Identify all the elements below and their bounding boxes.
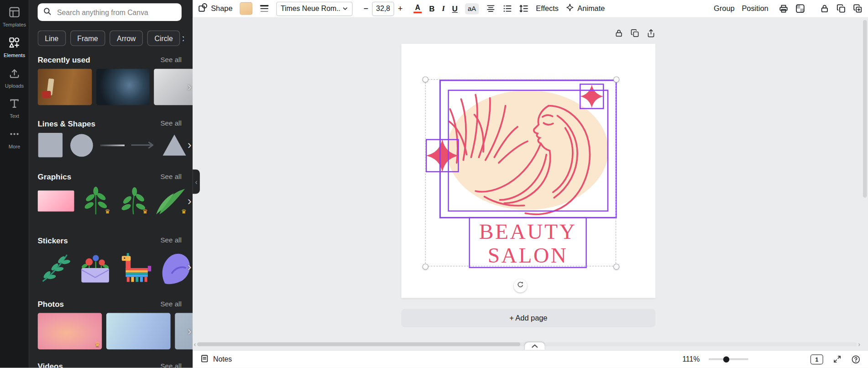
scroll-right-icon[interactable]: ›	[858, 340, 860, 348]
resize-handle-sw[interactable]	[423, 263, 429, 269]
transparency-icon[interactable]	[795, 4, 805, 13]
notes-button[interactable]: Notes	[200, 354, 232, 364]
statusbar-right: 111% 1	[682, 354, 860, 364]
recent-photo-dark[interactable]	[96, 68, 149, 105]
shape-line[interactable]	[99, 132, 125, 158]
font-family-value: Times Neue Rom...	[281, 5, 340, 13]
font-family-dropdown[interactable]: Times Neue Rom...	[276, 1, 352, 16]
see-all-link[interactable]: See all	[160, 173, 181, 180]
sticker-envelope-flowers[interactable]	[76, 249, 114, 285]
recent-photo-wood[interactable]	[37, 68, 92, 105]
photo-blue-gradient[interactable]	[106, 313, 171, 349]
text-align-icon[interactable]	[486, 4, 496, 13]
resize-handle-ne[interactable]	[613, 76, 619, 82]
chip-arrow[interactable]: Arrow	[110, 31, 143, 46]
lock-page-icon[interactable]	[614, 29, 623, 37]
font-size-stepper: − 32,8 +	[360, 1, 407, 16]
rail-item-more[interactable]: More	[0, 124, 29, 155]
photo-pink-gradient[interactable]: ♛	[37, 313, 102, 349]
rail-item-templates[interactable]: Templates	[0, 2, 29, 33]
lock-icon[interactable]	[820, 4, 829, 13]
see-all-link[interactable]: See all	[160, 362, 181, 368]
hscroll-thumb[interactable]	[197, 342, 520, 346]
sticker-purple-blob[interactable]	[158, 249, 192, 285]
chip-line[interactable]: Line	[37, 31, 65, 46]
font-size-decrease-button[interactable]: −	[360, 1, 372, 16]
zoom-slider[interactable]	[709, 358, 748, 360]
effects-button[interactable]: Effects	[536, 5, 559, 13]
page-indicator[interactable]: 1	[810, 354, 823, 364]
chevron-up-icon	[531, 344, 538, 348]
graphic-leaf-cluster-2[interactable]: ♛	[117, 185, 149, 216]
text-color-button[interactable]: A	[413, 4, 422, 13]
font-size-value[interactable]: 32,8	[372, 1, 394, 16]
line-spacing-icon[interactable]	[519, 4, 529, 13]
see-all-link[interactable]: See all	[160, 237, 181, 244]
help-icon[interactable]	[852, 355, 860, 363]
bold-button[interactable]: B	[429, 4, 434, 13]
rail-label: Uploads	[5, 83, 24, 89]
underline-button[interactable]: U	[452, 4, 458, 13]
chip-frame[interactable]: Frame	[70, 31, 105, 46]
position-button[interactable]: Position	[742, 5, 768, 13]
bullet-list-icon[interactable]	[502, 4, 512, 13]
graphic-pink-gradient[interactable]	[37, 185, 74, 216]
export-page-icon[interactable]	[647, 29, 655, 37]
graphic-palm-leaf[interactable]: ♛	[155, 185, 188, 216]
uploads-icon	[9, 68, 20, 81]
expand-bottom-panel-button[interactable]	[525, 342, 545, 350]
scroll-left-icon[interactable]: ‹	[194, 340, 196, 348]
vscroll-thumb[interactable]	[863, 20, 867, 198]
chevron-right-icon[interactable]: ›	[188, 81, 192, 93]
text-case-button[interactable]: aA	[465, 3, 479, 14]
rotate-handle[interactable]	[514, 279, 527, 292]
border-style-icon[interactable]	[260, 4, 269, 13]
fullscreen-icon[interactable]	[833, 355, 842, 363]
see-all-link[interactable]: See all	[160, 120, 181, 127]
search-input[interactable]	[56, 7, 176, 17]
rail-item-text[interactable]: Text	[0, 94, 29, 124]
animate-button[interactable]: Animate	[566, 3, 605, 14]
chevron-right-icon[interactable]: ›	[188, 261, 192, 273]
zoom-slider-thumb[interactable]	[723, 356, 729, 362]
vertical-scrollbar	[863, 20, 867, 338]
copy-style-icon[interactable]	[837, 4, 846, 13]
arrow-shape	[131, 141, 156, 149]
resize-handle-se[interactable]	[613, 263, 619, 269]
shape-triangle[interactable]	[162, 132, 187, 158]
shape-circle[interactable]	[68, 132, 94, 158]
duplicate-icon[interactable]	[853, 4, 863, 13]
rail-item-uploads[interactable]: Uploads	[0, 63, 29, 94]
sticker-leaf-branch[interactable]	[37, 249, 72, 285]
selection-bounding-box[interactable]	[425, 79, 616, 266]
see-all-link[interactable]: See all	[160, 56, 181, 64]
zoom-level: 111%	[682, 355, 700, 363]
chip-circle[interactable]: Circle	[147, 31, 180, 46]
resize-handle-nw[interactable]	[423, 76, 429, 82]
chevron-right-icon[interactable]: ›	[188, 139, 192, 151]
recently-used-row: ›	[37, 68, 193, 105]
chevron-right-icon[interactable]: ›	[188, 325, 192, 337]
shape-square[interactable]	[37, 132, 63, 158]
italic-button[interactable]: I	[442, 4, 445, 13]
canvas-area[interactable]: ‹	[193, 18, 868, 350]
shape-tool-button[interactable]: Shape	[198, 3, 232, 14]
fill-color-swatch[interactable]	[240, 2, 252, 15]
chevron-right-icon[interactable]: ›	[182, 32, 184, 44]
print-icon[interactable]	[779, 4, 789, 13]
section-header-stickers: Stickers See all	[37, 236, 181, 245]
see-all-link[interactable]: See all	[160, 300, 181, 308]
group-button[interactable]: Group	[714, 5, 735, 13]
panel-collapse-handle[interactable]: ‹	[193, 169, 200, 194]
rail-item-elements[interactable]: Elements	[0, 33, 29, 63]
rail-label: Templates	[3, 22, 26, 28]
design-page[interactable]: BEAUTY SALON	[401, 44, 655, 298]
add-page-button[interactable]: + Add page	[401, 309, 655, 327]
sticker-pinata[interactable]	[119, 249, 154, 285]
chevron-right-icon[interactable]: ›	[188, 195, 192, 207]
graphic-leaf-cluster-1[interactable]: ♛	[80, 185, 112, 216]
font-size-increase-button[interactable]: +	[394, 1, 407, 16]
duplicate-page-icon[interactable]	[631, 29, 639, 37]
shape-arrow[interactable]	[131, 132, 156, 158]
recent-photo-gray[interactable]	[154, 68, 193, 105]
